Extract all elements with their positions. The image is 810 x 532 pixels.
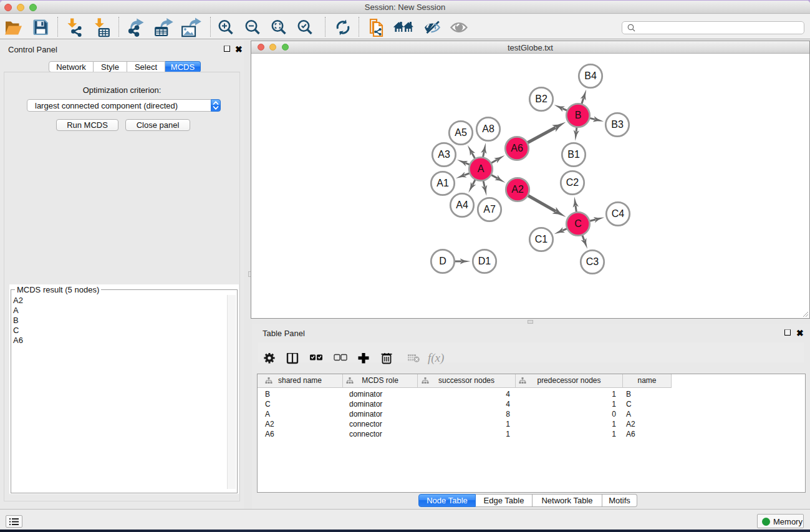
svg-text:A4: A4	[456, 200, 468, 210]
svg-text:D: D	[439, 256, 446, 266]
svg-text:A6: A6	[511, 143, 523, 153]
svg-text:A: A	[478, 163, 485, 174]
svg-text:B: B	[575, 110, 582, 120]
svg-text:C1: C1	[535, 234, 548, 244]
svg-text:A5: A5	[455, 127, 467, 138]
svg-text:C2: C2	[566, 177, 579, 188]
svg-text:B2: B2	[535, 94, 547, 104]
svg-text:B3: B3	[611, 119, 624, 130]
svg-text:A8: A8	[482, 123, 494, 134]
svg-text:C: C	[574, 218, 582, 229]
svg-text:A1: A1	[436, 178, 449, 188]
svg-text:f(x): f(x)	[428, 353, 444, 365]
svg-text:B1: B1	[567, 149, 580, 160]
svg-text:A3: A3	[438, 149, 450, 160]
svg-text:B4: B4	[584, 70, 597, 81]
svg-text:C4: C4	[612, 208, 625, 219]
svg-text:C3: C3	[586, 256, 599, 267]
svg-text:D1: D1	[478, 256, 491, 266]
svg-text:A7: A7	[483, 204, 496, 215]
svg-text:A2: A2	[511, 184, 524, 195]
